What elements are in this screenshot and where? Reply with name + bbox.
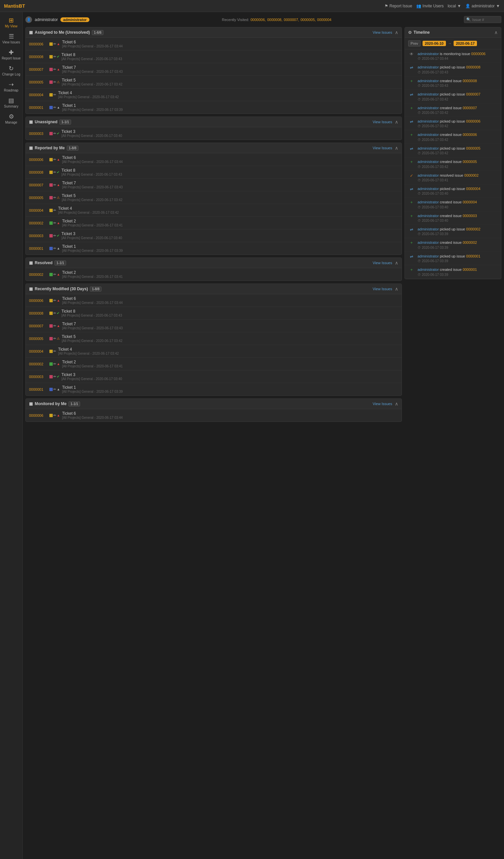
- issue-id[interactable]: 0000005: [29, 80, 47, 84]
- sidebar-item-report-issue[interactable]: ✚ Report Issue: [0, 47, 22, 63]
- issue-title[interactable]: Ticket 1: [62, 385, 398, 390]
- tl-issue-link[interactable]: 0000001: [463, 268, 477, 272]
- tl-user[interactable]: administrator: [417, 160, 439, 164]
- tl-issue-link[interactable]: 0000006: [471, 52, 486, 56]
- tl-issue-link[interactable]: 0000002: [466, 227, 480, 231]
- recently-modified-view-issues-button[interactable]: View Issues: [373, 287, 393, 291]
- tl-user[interactable]: administrator: [417, 65, 439, 69]
- tl-user[interactable]: administrator: [417, 133, 439, 137]
- issue-id[interactable]: 0000008: [29, 311, 47, 315]
- tl-issue-link[interactable]: 0000007: [463, 106, 477, 110]
- issue-title[interactable]: Ticket 4: [58, 206, 398, 211]
- issue-title[interactable]: Ticket 3: [61, 372, 398, 377]
- sidebar-item-manage[interactable]: ⚙ Manage: [0, 111, 22, 127]
- issue-title[interactable]: Ticket 6: [62, 40, 398, 44]
- tl-user[interactable]: administrator: [417, 240, 439, 244]
- invite-users-nav-button[interactable]: 👥 Invite Users: [416, 4, 444, 8]
- recently-modified-collapse-button[interactable]: ∧: [395, 286, 398, 291]
- issue-id[interactable]: 0000005: [29, 337, 47, 341]
- issue-title[interactable]: Ticket 4: [58, 91, 398, 95]
- tl-user[interactable]: administrator: [417, 146, 439, 150]
- issue-title[interactable]: Ticket 6: [62, 155, 398, 160]
- issue-title[interactable]: Ticket 7: [62, 181, 398, 185]
- issue-id[interactable]: 0000004: [29, 208, 47, 212]
- unassigned-collapse-button[interactable]: ∧: [395, 119, 398, 124]
- sidebar-item-change-log[interactable]: ↻ Change Log: [0, 63, 22, 79]
- issue-id[interactable]: 0000008: [29, 55, 47, 59]
- sidebar-item-my-view[interactable]: ⊞ My View: [0, 15, 22, 31]
- issue-title[interactable]: Ticket 1: [62, 244, 398, 249]
- issue-title[interactable]: Ticket 4: [58, 347, 398, 352]
- issue-title[interactable]: Ticket 5: [62, 334, 398, 339]
- issue-id[interactable]: 0000001: [29, 106, 47, 109]
- issue-title[interactable]: Ticket 8: [61, 168, 398, 173]
- issue-title[interactable]: Ticket 2: [62, 360, 398, 364]
- issue-id[interactable]: 0000001: [29, 388, 47, 391]
- tl-issue-link[interactable]: 0000002: [464, 174, 479, 177]
- issue-id[interactable]: 0000002: [29, 221, 47, 225]
- issue-id[interactable]: 0000008: [29, 170, 47, 174]
- issue-id[interactable]: 0000003: [29, 132, 47, 136]
- monitored-by-me-view-issues-button[interactable]: View Issues: [373, 402, 393, 406]
- tl-issue-link[interactable]: 0000006: [463, 133, 477, 137]
- unassigned-view-issues-button[interactable]: View Issues: [373, 120, 393, 124]
- issue-id[interactable]: 0000006: [29, 42, 47, 46]
- tl-user[interactable]: administrator: [417, 92, 439, 96]
- tl-issue-link[interactable]: 0000005: [463, 160, 477, 164]
- sidebar-item-view-issues[interactable]: ☰ View Issues: [0, 31, 22, 47]
- issue-title[interactable]: Ticket 8: [61, 309, 398, 314]
- search-input[interactable]: [472, 18, 499, 22]
- tl-issue-link[interactable]: 0000008: [466, 65, 480, 69]
- reported-by-me-collapse-button[interactable]: ∧: [395, 145, 398, 151]
- issue-id[interactable]: 0000006: [29, 413, 47, 418]
- tl-issue-link[interactable]: 0000002: [463, 240, 477, 244]
- tl-issue-link[interactable]: 0000005: [466, 146, 480, 150]
- issue-title[interactable]: Ticket 3: [61, 231, 398, 236]
- issue-id[interactable]: 0000001: [29, 246, 47, 251]
- rv-link-1[interactable]: 0000006,: [251, 18, 266, 22]
- issue-title[interactable]: Ticket 8: [61, 52, 398, 57]
- issue-title[interactable]: Ticket 1: [62, 103, 398, 108]
- tl-issue-link[interactable]: 0000004: [463, 200, 477, 204]
- user-menu[interactable]: 👤 administrator ▼: [465, 4, 500, 8]
- issue-title[interactable]: Ticket 5: [62, 78, 398, 82]
- issue-title[interactable]: Ticket 3: [61, 129, 398, 134]
- issue-id[interactable]: 0000005: [29, 196, 47, 200]
- report-issue-nav-button[interactable]: ⚑ Report Issue: [384, 4, 412, 8]
- assigned-to-me-view-issues-button[interactable]: View Issues: [373, 30, 393, 34]
- reported-by-me-view-issues-button[interactable]: View Issues: [373, 146, 393, 150]
- timeline-collapse-button[interactable]: ∧: [494, 30, 498, 35]
- assigned-to-me-collapse-button[interactable]: ∧: [395, 30, 398, 35]
- issue-id[interactable]: 0000004: [29, 93, 47, 97]
- issue-title[interactable]: Ticket 6: [62, 411, 398, 416]
- tl-user[interactable]: administrator: [417, 174, 439, 177]
- issue-title[interactable]: Ticket 5: [62, 193, 398, 198]
- tl-user[interactable]: administrator: [417, 214, 439, 218]
- tl-user[interactable]: administrator: [417, 187, 439, 191]
- issue-id[interactable]: 0000006: [29, 299, 47, 303]
- issue-id[interactable]: 0000003: [29, 234, 47, 238]
- monitored-by-me-collapse-button[interactable]: ∧: [395, 401, 398, 406]
- rv-link-4[interactable]: 0000005,: [301, 18, 316, 22]
- tl-user[interactable]: administrator: [417, 227, 439, 231]
- issue-id[interactable]: 0000007: [29, 183, 47, 187]
- tl-issue-link[interactable]: 0000001: [466, 254, 480, 258]
- locale-selector[interactable]: local ▼: [447, 4, 461, 8]
- issue-title[interactable]: Ticket 6: [62, 296, 398, 301]
- issue-id[interactable]: 0000007: [29, 324, 47, 328]
- tl-issue-link[interactable]: 0000004: [466, 187, 480, 191]
- tl-user[interactable]: administrator: [417, 268, 439, 272]
- tl-user[interactable]: administrator: [417, 79, 439, 83]
- sidebar-item-summary[interactable]: ▤ Summary: [0, 95, 22, 111]
- tl-issue-link[interactable]: 0000007: [466, 92, 480, 96]
- rv-link-3[interactable]: 0000007,: [284, 18, 299, 22]
- sidebar-item-roadmap[interactable]: ⇢ Roadmap: [0, 79, 22, 95]
- timeline-prev-button[interactable]: Prev: [408, 41, 421, 46]
- tl-issue-link[interactable]: 0000008: [463, 79, 477, 83]
- issue-id[interactable]: 0000004: [29, 349, 47, 353]
- tl-issue-link[interactable]: 0000006: [466, 119, 480, 123]
- tl-user[interactable]: administrator: [417, 106, 439, 110]
- tl-user[interactable]: administrator: [417, 254, 439, 258]
- issue-title[interactable]: Ticket 2: [62, 270, 398, 275]
- issue-id[interactable]: 0000007: [29, 67, 47, 72]
